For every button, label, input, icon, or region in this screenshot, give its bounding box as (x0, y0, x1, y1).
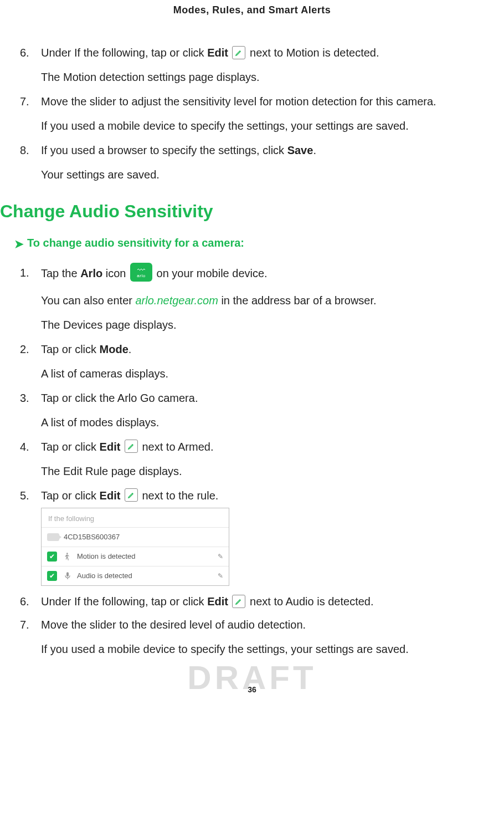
step-followup: Your settings are saved. (41, 167, 487, 182)
step-number: 1. (20, 265, 29, 280)
step-text-post: next to Audio is detected. (246, 595, 373, 608)
device-id: 4CD15BS600367 (64, 532, 223, 542)
procedure-subhead: ➤To change audio sensitivity for a camer… (14, 235, 487, 252)
pencil-icon: ✎ (218, 552, 223, 562)
step-text: Move the slider to adjust the sensitivit… (41, 95, 436, 108)
step-text: If you used a browser to specify the set… (41, 144, 287, 156)
step-number: 3. (20, 390, 29, 406)
step-7: 7. Move the slider to adjust the sensiti… (41, 94, 487, 134)
step-text-post: next to Armed. (139, 441, 214, 453)
audio-step-1: 1. Tap the Arlo icon 〰arlo on your mobil… (41, 265, 487, 333)
step-6: 6. Under If the following, tap or click … (41, 45, 487, 85)
step-text: Tap the (41, 267, 80, 279)
pencil-edit-icon (232, 46, 245, 59)
pencil-edit-icon (125, 440, 138, 453)
audio-step-6: 6. Under If the following, tap or click … (41, 594, 487, 609)
audio-step-3: 3. Tap or click the Arlo Go camera. A li… (41, 390, 487, 430)
step-followup: The Edit Rule page displays. (41, 463, 487, 479)
step-text: Under If the following, tap or click (41, 595, 207, 608)
audio-step-5: 5. Tap or click Edit next to the rule. I… (41, 488, 487, 586)
step-text-post: next to Motion is detected. (246, 47, 379, 59)
step-number: 8. (20, 142, 29, 158)
step-text-mid: icon (102, 267, 129, 279)
arlo-url-link: arlo.netgear.com (136, 294, 218, 307)
step-number: 2. (20, 341, 29, 357)
device-row: 4CD15BS600367 (42, 527, 229, 547)
step-text-post: on your mobile device. (153, 267, 268, 279)
step-text-post: next to the rule. (139, 489, 218, 502)
arlo-app-icon: 〰arlo (130, 263, 152, 282)
mode-label: Mode (100, 343, 128, 355)
microphone-icon (63, 571, 73, 581)
step-text-post: . (313, 144, 316, 156)
edit-label: Edit (207, 595, 228, 608)
step-followup: The Motion detection settings page displ… (41, 69, 487, 85)
audio-steps-list: 1. Tap the Arlo icon 〰arlo on your mobil… (17, 265, 487, 657)
step-followup: If you used a mobile device to specify t… (41, 118, 487, 134)
step-text: Tap or click the Arlo Go camera. (41, 392, 198, 404)
audio-step-2: 2. Tap or click Mode. A list of cameras … (41, 341, 487, 381)
motion-icon (63, 552, 73, 562)
step-number: 4. (20, 439, 29, 455)
step-followup: A list of cameras displays. (41, 366, 487, 381)
step-text: Tap or click (41, 441, 100, 453)
step-text-post: . (128, 343, 132, 355)
arrow-icon: ➤ (14, 236, 24, 252)
audio-row: ✔ Audio is detected ✎ (42, 566, 229, 585)
step-text: Move the slider to the desired level of … (41, 619, 306, 631)
motion-label: Motion is detected (77, 552, 218, 562)
step-followup: If you used a mobile device to specify t… (41, 641, 487, 657)
text-part: in the address bar of a browser. (218, 294, 377, 307)
step-number: 6. (20, 45, 29, 60)
step-text: Under If the following, tap or click (41, 47, 207, 59)
save-label: Save (287, 144, 313, 156)
motion-row: ✔ Motion is detected ✎ (42, 547, 229, 566)
step-followup: You can also enter arlo.netgear.com in t… (41, 293, 487, 308)
top-steps-list: 6. Under If the following, tap or click … (17, 45, 487, 182)
checkbox-checked-icon: ✔ (47, 571, 57, 581)
step-text: Tap or click (41, 343, 100, 355)
pencil-edit-icon (232, 595, 245, 608)
step-followup: The Devices page displays. (41, 317, 487, 333)
rule-conditions-screenshot: If the following 4CD15BS600367 ✔ Motion … (41, 508, 229, 586)
checkbox-checked-icon: ✔ (47, 552, 57, 562)
page-header: Modes, Rules, and Smart Alerts (17, 3, 487, 17)
step-text: Tap or click (41, 489, 100, 502)
audio-label: Audio is detected (77, 571, 218, 581)
edit-label: Edit (100, 441, 121, 453)
conditions-header: If the following (42, 508, 229, 527)
text-part: You can also enter (41, 294, 136, 307)
arlo-label: Arlo (80, 267, 102, 279)
edit-label: Edit (100, 489, 121, 502)
section-heading: Change Audio Sensitivity (0, 199, 487, 224)
page-number: 36 (17, 685, 487, 696)
step-number: 7. (20, 94, 29, 109)
step-number: 6. (20, 594, 29, 609)
step-number: 5. (20, 488, 29, 503)
pencil-icon: ✎ (218, 571, 223, 581)
camera-icon (47, 533, 59, 541)
audio-step-4: 4. Tap or click Edit next to Armed. The … (41, 439, 487, 479)
subhead-text: To change audio sensitivity for a camera… (27, 237, 244, 249)
edit-label: Edit (207, 47, 228, 59)
step-followup: A list of modes displays. (41, 415, 487, 430)
step-number: 7. (20, 617, 29, 632)
pencil-edit-icon (125, 488, 138, 502)
step-8: 8. If you used a browser to specify the … (41, 142, 487, 182)
audio-step-7: 7. Move the slider to the desired level … (41, 617, 487, 657)
